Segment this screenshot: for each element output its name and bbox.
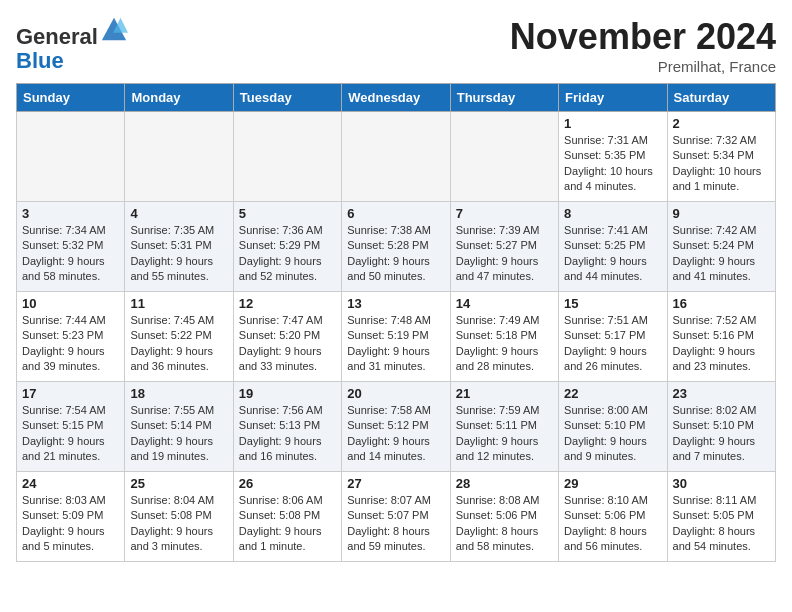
day-info: Sunrise: 7:45 AM Sunset: 5:22 PM Dayligh… bbox=[130, 313, 227, 375]
day-info: Sunrise: 7:31 AM Sunset: 5:35 PM Dayligh… bbox=[564, 133, 661, 195]
calendar-cell: 23Sunrise: 8:02 AM Sunset: 5:10 PM Dayli… bbox=[667, 382, 775, 472]
day-number: 26 bbox=[239, 476, 336, 491]
day-info: Sunrise: 8:11 AM Sunset: 5:05 PM Dayligh… bbox=[673, 493, 770, 555]
logo-blue: Blue bbox=[16, 48, 64, 73]
calendar-cell bbox=[450, 112, 558, 202]
day-number: 23 bbox=[673, 386, 770, 401]
day-info: Sunrise: 7:36 AM Sunset: 5:29 PM Dayligh… bbox=[239, 223, 336, 285]
day-info: Sunrise: 7:34 AM Sunset: 5:32 PM Dayligh… bbox=[22, 223, 119, 285]
calendar-cell bbox=[342, 112, 450, 202]
day-info: Sunrise: 7:48 AM Sunset: 5:19 PM Dayligh… bbox=[347, 313, 444, 375]
day-info: Sunrise: 7:49 AM Sunset: 5:18 PM Dayligh… bbox=[456, 313, 553, 375]
day-number: 18 bbox=[130, 386, 227, 401]
day-info: Sunrise: 8:07 AM Sunset: 5:07 PM Dayligh… bbox=[347, 493, 444, 555]
day-info: Sunrise: 7:58 AM Sunset: 5:12 PM Dayligh… bbox=[347, 403, 444, 465]
weekday-header-tuesday: Tuesday bbox=[233, 84, 341, 112]
calendar-cell: 22Sunrise: 8:00 AM Sunset: 5:10 PM Dayli… bbox=[559, 382, 667, 472]
day-info: Sunrise: 8:02 AM Sunset: 5:10 PM Dayligh… bbox=[673, 403, 770, 465]
calendar-cell: 4Sunrise: 7:35 AM Sunset: 5:31 PM Daylig… bbox=[125, 202, 233, 292]
title-area: November 2024 Premilhat, France bbox=[510, 16, 776, 75]
day-info: Sunrise: 7:54 AM Sunset: 5:15 PM Dayligh… bbox=[22, 403, 119, 465]
day-number: 9 bbox=[673, 206, 770, 221]
day-number: 21 bbox=[456, 386, 553, 401]
day-info: Sunrise: 7:44 AM Sunset: 5:23 PM Dayligh… bbox=[22, 313, 119, 375]
day-info: Sunrise: 8:03 AM Sunset: 5:09 PM Dayligh… bbox=[22, 493, 119, 555]
weekday-header-row: SundayMondayTuesdayWednesdayThursdayFrid… bbox=[17, 84, 776, 112]
day-info: Sunrise: 7:42 AM Sunset: 5:24 PM Dayligh… bbox=[673, 223, 770, 285]
day-number: 3 bbox=[22, 206, 119, 221]
calendar-cell: 17Sunrise: 7:54 AM Sunset: 5:15 PM Dayli… bbox=[17, 382, 125, 472]
day-number: 28 bbox=[456, 476, 553, 491]
calendar-cell: 9Sunrise: 7:42 AM Sunset: 5:24 PM Daylig… bbox=[667, 202, 775, 292]
day-info: Sunrise: 8:00 AM Sunset: 5:10 PM Dayligh… bbox=[564, 403, 661, 465]
calendar-cell: 2Sunrise: 7:32 AM Sunset: 5:34 PM Daylig… bbox=[667, 112, 775, 202]
calendar-cell: 10Sunrise: 7:44 AM Sunset: 5:23 PM Dayli… bbox=[17, 292, 125, 382]
logo: General Blue bbox=[16, 16, 128, 73]
weekday-header-friday: Friday bbox=[559, 84, 667, 112]
day-info: Sunrise: 7:55 AM Sunset: 5:14 PM Dayligh… bbox=[130, 403, 227, 465]
week-row-1: 3Sunrise: 7:34 AM Sunset: 5:32 PM Daylig… bbox=[17, 202, 776, 292]
calendar-cell: 19Sunrise: 7:56 AM Sunset: 5:13 PM Dayli… bbox=[233, 382, 341, 472]
day-info: Sunrise: 7:51 AM Sunset: 5:17 PM Dayligh… bbox=[564, 313, 661, 375]
day-info: Sunrise: 8:04 AM Sunset: 5:08 PM Dayligh… bbox=[130, 493, 227, 555]
weekday-header-thursday: Thursday bbox=[450, 84, 558, 112]
day-number: 27 bbox=[347, 476, 444, 491]
location-subtitle: Premilhat, France bbox=[510, 58, 776, 75]
calendar-cell: 13Sunrise: 7:48 AM Sunset: 5:19 PM Dayli… bbox=[342, 292, 450, 382]
week-row-2: 10Sunrise: 7:44 AM Sunset: 5:23 PM Dayli… bbox=[17, 292, 776, 382]
calendar-cell: 11Sunrise: 7:45 AM Sunset: 5:22 PM Dayli… bbox=[125, 292, 233, 382]
day-number: 13 bbox=[347, 296, 444, 311]
day-number: 25 bbox=[130, 476, 227, 491]
day-info: Sunrise: 8:06 AM Sunset: 5:08 PM Dayligh… bbox=[239, 493, 336, 555]
day-info: Sunrise: 7:59 AM Sunset: 5:11 PM Dayligh… bbox=[456, 403, 553, 465]
day-number: 22 bbox=[564, 386, 661, 401]
day-info: Sunrise: 7:56 AM Sunset: 5:13 PM Dayligh… bbox=[239, 403, 336, 465]
calendar-cell bbox=[125, 112, 233, 202]
calendar-cell: 30Sunrise: 8:11 AM Sunset: 5:05 PM Dayli… bbox=[667, 472, 775, 562]
day-number: 11 bbox=[130, 296, 227, 311]
calendar-cell: 21Sunrise: 7:59 AM Sunset: 5:11 PM Dayli… bbox=[450, 382, 558, 472]
logo-icon bbox=[100, 16, 128, 44]
page-header: General Blue November 2024 Premilhat, Fr… bbox=[16, 16, 776, 75]
day-info: Sunrise: 7:47 AM Sunset: 5:20 PM Dayligh… bbox=[239, 313, 336, 375]
week-row-3: 17Sunrise: 7:54 AM Sunset: 5:15 PM Dayli… bbox=[17, 382, 776, 472]
calendar-cell: 28Sunrise: 8:08 AM Sunset: 5:06 PM Dayli… bbox=[450, 472, 558, 562]
weekday-header-monday: Monday bbox=[125, 84, 233, 112]
day-info: Sunrise: 7:38 AM Sunset: 5:28 PM Dayligh… bbox=[347, 223, 444, 285]
calendar-cell: 26Sunrise: 8:06 AM Sunset: 5:08 PM Dayli… bbox=[233, 472, 341, 562]
calendar-cell: 7Sunrise: 7:39 AM Sunset: 5:27 PM Daylig… bbox=[450, 202, 558, 292]
calendar-cell: 24Sunrise: 8:03 AM Sunset: 5:09 PM Dayli… bbox=[17, 472, 125, 562]
day-info: Sunrise: 7:35 AM Sunset: 5:31 PM Dayligh… bbox=[130, 223, 227, 285]
day-number: 19 bbox=[239, 386, 336, 401]
logo-general: General bbox=[16, 24, 98, 49]
day-number: 10 bbox=[22, 296, 119, 311]
day-info: Sunrise: 7:32 AM Sunset: 5:34 PM Dayligh… bbox=[673, 133, 770, 195]
calendar-cell bbox=[233, 112, 341, 202]
calendar-table: SundayMondayTuesdayWednesdayThursdayFrid… bbox=[16, 83, 776, 562]
calendar-cell: 6Sunrise: 7:38 AM Sunset: 5:28 PM Daylig… bbox=[342, 202, 450, 292]
weekday-header-saturday: Saturday bbox=[667, 84, 775, 112]
day-number: 8 bbox=[564, 206, 661, 221]
day-info: Sunrise: 8:10 AM Sunset: 5:06 PM Dayligh… bbox=[564, 493, 661, 555]
calendar-cell: 27Sunrise: 8:07 AM Sunset: 5:07 PM Dayli… bbox=[342, 472, 450, 562]
day-number: 16 bbox=[673, 296, 770, 311]
week-row-0: 1Sunrise: 7:31 AM Sunset: 5:35 PM Daylig… bbox=[17, 112, 776, 202]
day-number: 30 bbox=[673, 476, 770, 491]
day-number: 2 bbox=[673, 116, 770, 131]
calendar-cell: 18Sunrise: 7:55 AM Sunset: 5:14 PM Dayli… bbox=[125, 382, 233, 472]
day-number: 15 bbox=[564, 296, 661, 311]
day-info: Sunrise: 7:41 AM Sunset: 5:25 PM Dayligh… bbox=[564, 223, 661, 285]
calendar-cell: 14Sunrise: 7:49 AM Sunset: 5:18 PM Dayli… bbox=[450, 292, 558, 382]
day-number: 1 bbox=[564, 116, 661, 131]
month-title: November 2024 bbox=[510, 16, 776, 58]
calendar-cell: 16Sunrise: 7:52 AM Sunset: 5:16 PM Dayli… bbox=[667, 292, 775, 382]
day-info: Sunrise: 7:52 AM Sunset: 5:16 PM Dayligh… bbox=[673, 313, 770, 375]
calendar-cell bbox=[17, 112, 125, 202]
weekday-header-sunday: Sunday bbox=[17, 84, 125, 112]
calendar-cell: 15Sunrise: 7:51 AM Sunset: 5:17 PM Dayli… bbox=[559, 292, 667, 382]
day-number: 24 bbox=[22, 476, 119, 491]
calendar-cell: 5Sunrise: 7:36 AM Sunset: 5:29 PM Daylig… bbox=[233, 202, 341, 292]
day-number: 14 bbox=[456, 296, 553, 311]
calendar-cell: 12Sunrise: 7:47 AM Sunset: 5:20 PM Dayli… bbox=[233, 292, 341, 382]
weekday-header-wednesday: Wednesday bbox=[342, 84, 450, 112]
